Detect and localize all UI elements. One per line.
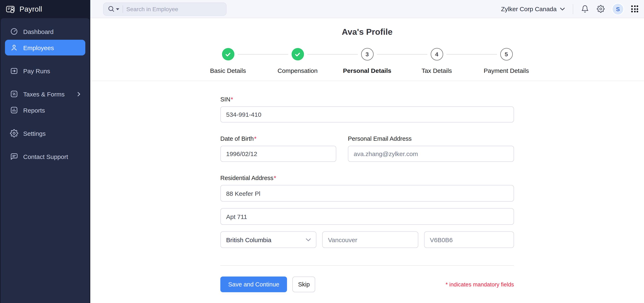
sidebar-item-taxes-forms[interactable]: Taxes & Forms bbox=[5, 86, 85, 102]
sidebar-item-employees[interactable]: Employees bbox=[5, 40, 85, 55]
search-icon bbox=[108, 5, 115, 12]
search-box[interactable] bbox=[103, 2, 226, 15]
email-label: Personal Email Address bbox=[348, 135, 514, 142]
sidebar-item-label: Pay Runs bbox=[23, 67, 80, 74]
sidebar-nav: Dashboard Employees Pay Runs bbox=[1, 18, 90, 303]
step-number-circle: 5 bbox=[500, 48, 512, 60]
bar-chart-icon bbox=[10, 106, 18, 114]
save-and-continue-button[interactable]: Save and Continue bbox=[220, 277, 287, 292]
step-label: Payment Details bbox=[484, 67, 529, 74]
step-label: Basic Details bbox=[210, 67, 246, 74]
step-tax-details[interactable]: 4 Tax Details bbox=[402, 48, 472, 74]
user-avatar[interactable]: S bbox=[612, 3, 623, 14]
sin-label: SIN* bbox=[220, 96, 514, 103]
sin-input[interactable] bbox=[220, 106, 514, 123]
app-window: Payroll Dashboard Employees bbox=[0, 0, 644, 303]
chat-bubble-icon bbox=[10, 152, 18, 161]
sidebar: Payroll Dashboard Employees bbox=[0, 0, 90, 303]
settings-gear-icon[interactable] bbox=[597, 5, 605, 13]
dob-label: Date of Birth* bbox=[220, 135, 336, 142]
step-number-circle: 3 bbox=[361, 48, 373, 60]
step-check-circle bbox=[291, 48, 304, 60]
address-line2-input[interactable] bbox=[220, 208, 514, 225]
chevron-down-icon bbox=[306, 238, 311, 242]
sidebar-item-settings[interactable]: Settings bbox=[5, 125, 85, 141]
step-personal-details[interactable]: 3 Personal Details bbox=[332, 48, 402, 74]
pay-runs-arrow-icon bbox=[10, 67, 18, 75]
topbar: Zylker Corp Canada bbox=[90, 0, 644, 18]
org-name: Zylker Corp Canada bbox=[501, 5, 556, 12]
province-value: British Columbia bbox=[226, 236, 271, 243]
step-number: 3 bbox=[366, 51, 369, 57]
bell-icon[interactable] bbox=[581, 5, 589, 13]
percent-square-icon bbox=[10, 90, 18, 98]
required-asterisk: * bbox=[274, 175, 276, 181]
sidebar-item-label: Contact Support bbox=[23, 153, 80, 160]
form-divider bbox=[220, 265, 514, 266]
residential-address-label: Residential Address* bbox=[220, 175, 514, 181]
sidebar-item-contact-support[interactable]: Contact Support bbox=[5, 149, 85, 164]
sidebar-item-label: Taxes & Forms bbox=[23, 90, 72, 97]
sidebar-item-reports[interactable]: Reports bbox=[5, 102, 85, 118]
sidebar-item-label: Reports bbox=[23, 107, 80, 114]
app-name: Payroll bbox=[20, 5, 42, 13]
app-logo: Payroll bbox=[0, 0, 90, 18]
gear-icon bbox=[10, 129, 18, 137]
step-label: Personal Details bbox=[343, 67, 391, 74]
sidebar-item-dashboard[interactable]: Dashboard bbox=[5, 23, 85, 39]
step-compensation[interactable]: Compensation bbox=[263, 48, 332, 74]
step-number-circle: 4 bbox=[430, 48, 443, 60]
address-line1-input[interactable] bbox=[220, 185, 514, 202]
step-number: 5 bbox=[505, 51, 508, 57]
sidebar-item-pay-runs[interactable]: Pay Runs bbox=[5, 63, 85, 79]
province-select[interactable]: British Columbia bbox=[220, 231, 316, 248]
dob-input[interactable] bbox=[220, 146, 336, 162]
required-asterisk: * bbox=[254, 135, 256, 142]
skip-button[interactable]: Skip bbox=[292, 277, 315, 292]
chevron-right-icon bbox=[78, 92, 80, 96]
step-basic-details[interactable]: Basic Details bbox=[193, 48, 263, 74]
personal-email-input[interactable] bbox=[348, 146, 514, 162]
chevron-down-icon bbox=[560, 7, 565, 10]
org-switcher[interactable]: Zylker Corp Canada bbox=[501, 5, 565, 12]
page-title: Ava's Profile bbox=[90, 27, 644, 37]
employee-person-icon bbox=[10, 43, 18, 52]
check-icon bbox=[224, 51, 232, 58]
personal-details-form: SIN* Date of Birth* Personal Email Addre… bbox=[220, 81, 514, 292]
mandatory-fields-note: * indicates mandatory fields bbox=[446, 281, 514, 288]
main-area: Zylker Corp Canada bbox=[90, 0, 644, 303]
sidebar-item-label: Dashboard bbox=[23, 28, 80, 35]
step-number: 4 bbox=[435, 51, 438, 57]
topbar-right: Zylker Corp Canada bbox=[501, 3, 638, 14]
wizard-header: Ava's Profile Basic Details bbox=[90, 18, 644, 81]
search-scope-toggle[interactable] bbox=[108, 5, 119, 12]
city-input[interactable] bbox=[322, 231, 418, 248]
dashboard-gauge-icon bbox=[10, 27, 18, 36]
step-label: Compensation bbox=[278, 67, 318, 74]
step-payment-details[interactable]: 5 Payment Details bbox=[472, 48, 541, 74]
postal-code-input[interactable] bbox=[424, 231, 514, 248]
sidebar-item-label: Settings bbox=[23, 130, 80, 137]
search-divider bbox=[122, 5, 123, 13]
check-icon bbox=[294, 51, 301, 58]
caret-down-icon bbox=[116, 8, 119, 10]
step-check-circle bbox=[222, 48, 234, 60]
form-actions: Save and Continue Skip * indicates manda… bbox=[220, 277, 514, 292]
required-asterisk: * bbox=[231, 96, 233, 103]
topbar-divider bbox=[573, 4, 573, 14]
apps-grid-icon[interactable] bbox=[631, 5, 638, 12]
search-input[interactable] bbox=[126, 5, 209, 12]
stepper: Basic Details Compensation 3 Personal De… bbox=[90, 48, 644, 74]
step-label: Tax Details bbox=[422, 67, 452, 74]
payslip-card-icon bbox=[6, 4, 15, 14]
sidebar-item-label: Employees bbox=[23, 44, 80, 51]
